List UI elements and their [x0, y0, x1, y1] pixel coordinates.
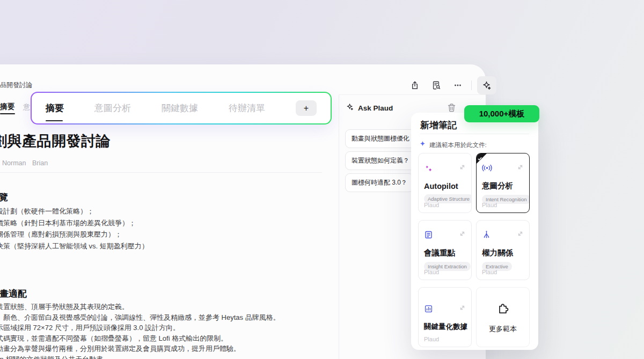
suggestion-label: 建議範本用於此文件: [429, 141, 487, 149]
active-tab-underline [0, 113, 15, 114]
section-overview-body: 段計劃（軟硬件一體化策略）； 價策略（針對日本利基市場的差異化競爭）； 關係管理… [0, 206, 149, 252]
toolbar-divider [471, 80, 472, 90]
branch-icon [482, 230, 491, 241]
document-divider [0, 172, 322, 173]
expand-icon[interactable] [517, 230, 524, 239]
note-icon [424, 230, 433, 241]
check-icon [478, 155, 482, 163]
body-line: 裝置狀態、頂層手勢狀態及其表現的定義。 [0, 302, 280, 312]
sparkle-icon [481, 80, 492, 91]
add-tab-button[interactable]: + [296, 100, 317, 116]
template-card-key-metrics[interactable]: 關鍵量化數據 Plaud [418, 287, 472, 347]
ask-plaud-header: Ask Plaud [346, 102, 393, 113]
tab-summary-small[interactable]: 摘要 [0, 102, 14, 112]
expand-icon[interactable] [459, 230, 466, 239]
tab-intent-analysis[interactable]: 意圖分析 [94, 102, 131, 114]
ask-plaud-label: Ask Plaud [358, 104, 393, 112]
body-line: 、顏色、介面留白及視覺感受的討論，強調線性、彈性及精緻感，並參考 Heytas … [0, 312, 280, 323]
expand-icon[interactable] [459, 304, 466, 313]
ask-sparkle-icon [346, 102, 354, 113]
body-line: 示區域採用 72×72 尺寸，用戶預設頭像採用 3.0 設計方向。 [0, 323, 280, 333]
card-footer: Plaud [424, 269, 439, 275]
puzzle-icon [496, 302, 510, 318]
template-card-power-relations[interactable]: 權力關係 Extractive Plaud [476, 220, 530, 280]
suggestion-row: 建議範本用於此文件: [419, 140, 487, 150]
suggestion-chip-animation[interactable]: 動畫與狀態圖標優化 [345, 129, 416, 148]
template-card-autopilot[interactable]: Autopilot Adaptive Structure Plaud [418, 153, 472, 213]
expand-icon[interactable] [517, 164, 524, 172]
body-line: 價策略（針對日本利基市場的差異化競爭）； [0, 217, 149, 229]
tab-summary[interactable]: 摘要 [46, 102, 64, 114]
popup-divider [420, 134, 529, 134]
more-ellipsis-icon [453, 80, 463, 90]
body-line: 決策（堅持深耕人工智能領域 vs. 短期盈利壓力） [0, 240, 149, 252]
author-norman: Norman [2, 159, 26, 167]
card-footer: Plaud [482, 202, 497, 208]
ai-assistant-button[interactable] [477, 76, 496, 94]
document-search-icon [431, 80, 441, 90]
card-title: 關鍵量化數據 [424, 322, 466, 332]
share-icon [410, 80, 420, 90]
card-title: Autopilot [424, 182, 466, 191]
section-overview-heading: 覽 [0, 191, 8, 203]
body-line: tin 相關的文件狀態及公共天台動畫。 [0, 354, 280, 359]
card-footer: Plaud [424, 336, 439, 342]
share-button[interactable] [407, 77, 423, 93]
tab-key-data[interactable]: 關鍵數據 [162, 102, 198, 114]
more-button[interactable] [450, 77, 466, 93]
suggestion-chip-device-state[interactable]: 裝置狀態如何定義？ [345, 151, 416, 170]
document-title: 劃與產品開發討論 [0, 131, 111, 151]
body-line: 段計劃（軟硬件一體化策略）； [0, 206, 149, 217]
document-search-button[interactable] [428, 77, 444, 93]
panel-horizontal-divider [339, 94, 486, 95]
more-templates-label: 更多範本 [489, 324, 517, 334]
section-animation-body: 裝置狀態、頂層手勢狀態及其表現的定義。 、顏色、介面留白及視覺感受的討論，強調線… [0, 302, 280, 359]
card-footer: Plaud [482, 269, 497, 275]
tab-todo-list[interactable]: 待辦清單 [229, 102, 265, 114]
blue-sparkle-icon [419, 140, 426, 150]
author-brian: Brian [32, 159, 48, 167]
template-card-meeting-highlights[interactable]: 會議重點 Insight Extraction Plaud [418, 220, 472, 280]
card-title: 權力關係 [482, 248, 524, 258]
section-animation-heading: 畫適配 [0, 288, 27, 300]
card-footer: Plaud [424, 202, 439, 208]
card-title: 會議重點 [424, 248, 466, 258]
suggestion-chip-icon-adapt[interactable]: 圖標何時適配 3.0？ [345, 173, 414, 192]
toolbar [407, 75, 496, 96]
body-line: 關係管理（應對虧損預測與股東壓力）； [0, 229, 149, 240]
tab-bar-callout: 摘要 意圖分析 關鍵數據 待辦清單 + [31, 92, 332, 124]
template-cards-grid: Autopilot Adaptive Structure Plaud [418, 153, 531, 347]
window-title: 品開發討論 [0, 80, 32, 90]
new-note-title: 新增筆記 [420, 119, 457, 131]
body-line: 動畫分為掌聲與爆竹兩種，分別用於裝置綁定及會員購買成功，提升用戶體驗。 [0, 343, 280, 354]
more-templates-card[interactable]: 更多範本 [476, 287, 530, 347]
card-title: 意圖分析 [482, 181, 524, 191]
new-note-panel: 新增筆記 建議範本用於此文件: [411, 113, 538, 350]
broadcast-icon [482, 164, 492, 174]
expand-icon[interactable] [459, 164, 466, 172]
panel-vertical-divider [339, 94, 339, 359]
magenta-sparkles-icon [424, 164, 434, 175]
body-line: 式碼實現，並需適配不同螢幕（如摺疊螢幕），留意 Lofi 格式輸出的限制。 [0, 333, 280, 344]
templates-badge: 10,000+模板 [464, 105, 539, 122]
template-card-intent-analysis[interactable]: 意圖分析 Intent Recognition Plaud [476, 153, 530, 213]
bar-chart-icon [424, 304, 433, 315]
